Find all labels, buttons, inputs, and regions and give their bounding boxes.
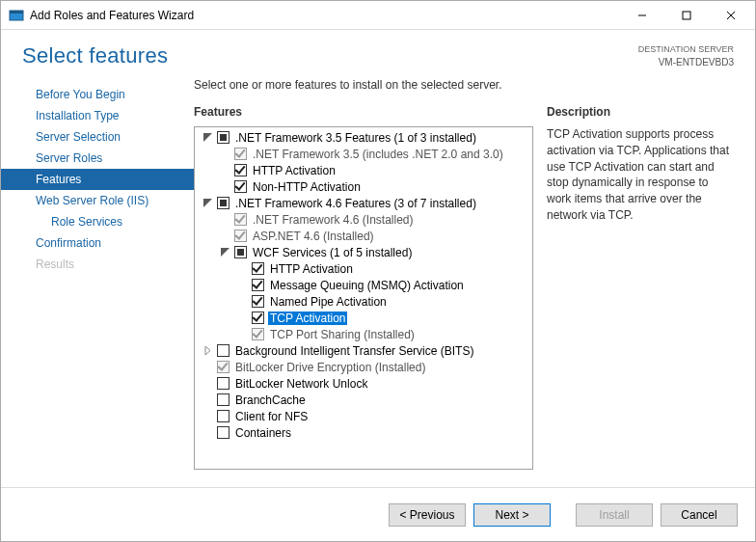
nav-step-confirmation[interactable]: Confirmation	[1, 232, 194, 254]
spacer	[237, 296, 248, 307]
checkbox[interactable]	[234, 180, 247, 193]
tree-item-label[interactable]: BitLocker Network Unlock	[233, 377, 369, 391]
checkbox[interactable]	[217, 426, 230, 439]
nav-step-installation-type[interactable]: Installation Type	[1, 105, 194, 126]
tree-item-label[interactable]: .NET Framework 3.5 (includes .NET 2.0 an…	[251, 148, 505, 161]
titlebar: Add Roles and Features Wizard	[1, 1, 755, 30]
cancel-button[interactable]: Cancel	[661, 503, 738, 527]
checkbox[interactable]	[252, 279, 264, 291]
svg-rect-3	[683, 12, 690, 19]
chevron-right-icon[interactable]	[202, 345, 213, 356]
tree-item[interactable]: TCP Activation	[195, 310, 532, 326]
tree-item[interactable]: Named Pipe Activation	[195, 293, 532, 310]
spacer	[202, 411, 213, 421]
tree-item-label[interactable]: BranchCache	[233, 393, 308, 407]
tree-item[interactable]: BitLocker Drive Encryption (Installed)	[195, 359, 532, 375]
nav-step-before-you-begin[interactable]: Before You Begin	[1, 84, 194, 105]
checkbox[interactable]	[217, 410, 230, 422]
tree-item-label[interactable]: Named Pipe Activation	[268, 295, 389, 309]
minimize-button[interactable]	[620, 2, 664, 29]
nav-step-role-services[interactable]: Role Services	[1, 211, 194, 232]
tree-item-label[interactable]: .NET Framework 4.6 Features (3 of 7 inst…	[233, 197, 478, 210]
tree-item[interactable]: Client for NFS	[195, 408, 532, 424]
spacer	[220, 230, 230, 241]
checkbox[interactable]	[252, 295, 264, 308]
checkbox[interactable]	[217, 197, 230, 209]
spacer	[202, 394, 213, 405]
spacer	[202, 427, 213, 438]
tree-item[interactable]: Background Intelligent Transfer Service …	[195, 342, 532, 359]
tree-item-label[interactable]: Client for NFS	[233, 410, 310, 423]
nav-step-results: Results	[1, 254, 194, 275]
features-tree[interactable]: .NET Framework 3.5 Features (1 of 3 inst…	[194, 126, 533, 470]
tree-item[interactable]: BranchCache	[195, 392, 532, 408]
tree-item-label[interactable]: .NET Framework 3.5 Features (1 of 3 inst…	[233, 131, 478, 145]
tree-item-label[interactable]: TCP Activation	[268, 312, 347, 325]
spacer	[237, 263, 248, 274]
tree-item-label[interactable]: TCP Port Sharing (Installed)	[268, 328, 417, 341]
spacer	[202, 378, 213, 389]
page-title: Select features	[22, 43, 168, 68]
install-button[interactable]: Install	[576, 503, 653, 527]
tree-item-label[interactable]: .NET Framework 4.6 (Installed)	[251, 213, 416, 227]
spacer	[202, 362, 213, 372]
close-button[interactable]	[709, 2, 753, 29]
tree-item[interactable]: Containers	[195, 424, 532, 441]
tree-item-label[interactable]: ASP.NET 4.6 (Installed)	[251, 230, 376, 243]
tree-item[interactable]: .NET Framework 4.6 (Installed)	[195, 211, 532, 228]
chevron-down-icon[interactable]	[220, 247, 230, 257]
checkbox[interactable]	[234, 164, 247, 176]
previous-button[interactable]: < Previous	[389, 503, 466, 527]
tree-item[interactable]: Non-HTTP Activation	[195, 178, 532, 195]
checkbox[interactable]	[234, 230, 247, 242]
spacer	[220, 181, 230, 192]
chevron-down-icon[interactable]	[202, 198, 213, 208]
tree-item-label[interactable]: Message Queuing (MSMQ) Activation	[268, 279, 466, 292]
tree-item[interactable]: .NET Framework 3.5 (includes .NET 2.0 an…	[195, 146, 532, 162]
tree-item-label[interactable]: WCF Services (1 of 5 installed)	[251, 246, 414, 259]
tree-item[interactable]: HTTP Activation	[195, 162, 532, 178]
tree-item-label[interactable]: BitLocker Drive Encryption (Installed)	[233, 361, 427, 374]
checkbox[interactable]	[234, 246, 247, 258]
spacer	[220, 149, 230, 159]
description-text: TCP Activation supports process activati…	[547, 126, 742, 224]
tree-item[interactable]: HTTP Activation	[195, 260, 532, 277]
tree-item[interactable]: ASP.NET 4.6 (Installed)	[195, 228, 532, 244]
maximize-button[interactable]	[664, 2, 709, 29]
checkbox[interactable]	[217, 393, 230, 406]
nav-step-web-server-role-iis-[interactable]: Web Server Role (IIS)	[1, 190, 194, 211]
spacer	[220, 165, 230, 176]
checkbox[interactable]	[234, 213, 247, 226]
checkbox[interactable]	[252, 328, 264, 340]
nav-step-server-roles[interactable]: Server Roles	[1, 148, 194, 169]
svg-rect-1	[10, 11, 23, 14]
destination-info: DESTINATION SERVER VM-ENTDEVBD3	[638, 44, 734, 68]
checkbox[interactable]	[217, 131, 230, 144]
wizard-steps-sidebar: Before You BeginInstallation TypeServer …	[1, 78, 194, 470]
checkbox[interactable]	[252, 262, 264, 275]
tree-item-label[interactable]: HTTP Activation	[268, 262, 355, 276]
checkbox[interactable]	[217, 377, 230, 390]
tree-item[interactable]: WCF Services (1 of 5 installed)	[195, 244, 532, 260]
next-button[interactable]: Next >	[473, 503, 551, 527]
tree-item[interactable]: BitLocker Network Unlock	[195, 375, 532, 392]
nav-step-server-selection[interactable]: Server Selection	[1, 126, 194, 148]
checkbox[interactable]	[252, 312, 264, 324]
tree-item-label[interactable]: Containers	[233, 426, 293, 440]
spacer	[237, 329, 248, 339]
checkbox[interactable]	[234, 148, 247, 160]
tree-item[interactable]: .NET Framework 4.6 Features (3 of 7 inst…	[195, 195, 532, 211]
tree-item-label[interactable]: HTTP Activation	[251, 164, 338, 177]
instruction-text: Select one or more features to install o…	[194, 78, 742, 92]
tree-item-label[interactable]: Non-HTTP Activation	[251, 180, 363, 194]
chevron-down-icon[interactable]	[202, 132, 213, 143]
tree-item[interactable]: .NET Framework 3.5 Features (1 of 3 inst…	[195, 129, 532, 146]
features-label: Features	[194, 105, 533, 119]
wizard-icon	[9, 8, 24, 23]
checkbox[interactable]	[217, 361, 230, 373]
tree-item-label[interactable]: Background Intelligent Transfer Service …	[233, 344, 475, 358]
tree-item[interactable]: Message Queuing (MSMQ) Activation	[195, 277, 532, 293]
nav-step-features[interactable]: Features	[1, 169, 194, 190]
checkbox[interactable]	[217, 344, 230, 357]
tree-item[interactable]: TCP Port Sharing (Installed)	[195, 326, 532, 342]
